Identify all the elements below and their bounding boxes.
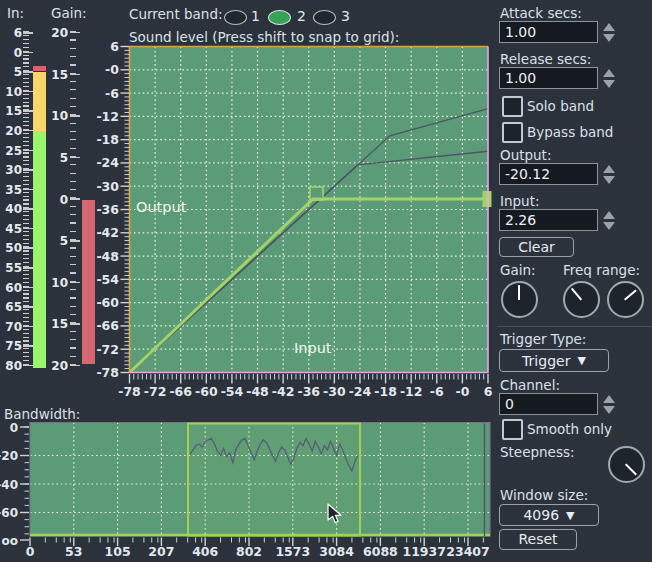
output-label: Output: (500, 147, 551, 163)
scale-tick-label: 80 (5, 359, 22, 373)
svg-text:-24: -24 (96, 155, 119, 170)
svg-text:1573: 1573 (275, 544, 310, 559)
meter-segment (33, 131, 46, 368)
svg-text:-6: -6 (430, 384, 444, 399)
clear-button[interactable]: Clear (499, 237, 574, 257)
band-3-radio[interactable] (313, 10, 336, 25)
spin-down-icon[interactable] (603, 222, 615, 230)
output-input[interactable] (499, 163, 598, 185)
svg-text:-0: -0 (455, 384, 469, 399)
scale-tick-label: 20 (5, 124, 22, 138)
scale-tick-label: 45 (5, 222, 22, 236)
svg-text:3084: 3084 (319, 544, 354, 559)
svg-text:-36: -36 (297, 384, 320, 399)
svg-text:-48: -48 (246, 384, 269, 399)
svg-text:-60: -60 (96, 295, 119, 310)
scale-tick-label: 5 (60, 234, 68, 248)
scale-tick-label: 70 (5, 320, 22, 334)
knob-pointer (625, 463, 637, 475)
trigger-type-value: Trigger (522, 353, 570, 369)
sound-level-curve-editor[interactable]: 6-0-6-12-18-24-30-36-42-48-54-60-66-72-7… (85, 38, 495, 403)
freq-high-knob[interactable] (607, 281, 644, 318)
svg-text:0: 0 (10, 421, 18, 435)
scale-tick-label: 40 (5, 202, 22, 216)
svg-text:-54: -54 (221, 384, 244, 399)
spin-up-icon[interactable] (603, 69, 615, 77)
gain-knob-label: Gain: (500, 262, 536, 278)
knob-pointer (624, 289, 637, 300)
window-size-label: Window size: (500, 487, 588, 503)
knob-pointer (518, 285, 520, 300)
band-settings-panel: Attack secs: Release secs: Solo band Byp… (497, 0, 652, 562)
spin-down-icon[interactable] (603, 34, 615, 42)
svg-text:-24: -24 (349, 384, 372, 399)
svg-text:-6: -6 (105, 86, 119, 101)
meter-segment (33, 72, 46, 131)
svg-text:-42: -42 (96, 225, 119, 240)
svg-text:6088: 6088 (363, 544, 398, 559)
release-label: Release secs: (500, 51, 591, 67)
band-1-radio[interactable] (224, 10, 247, 25)
solo-band-checkbox[interactable] (502, 96, 523, 117)
scale-tick-label: 60 (5, 281, 22, 295)
spin-down-icon[interactable] (603, 406, 615, 414)
attack-label: Attack secs: (500, 5, 582, 21)
svg-text:23407: 23407 (446, 544, 490, 559)
reset-button[interactable]: Reset (499, 529, 577, 550)
window-size-dropdown[interactable]: 4096 ▼ (499, 504, 599, 526)
spin-up-icon[interactable] (603, 165, 615, 173)
freq-low-knob[interactable] (563, 281, 600, 318)
attack-input[interactable] (499, 21, 598, 43)
bypass-band-checkbox[interactable] (502, 122, 523, 143)
scale-tick-label: 75 (5, 339, 22, 353)
svg-text:6: 6 (110, 39, 119, 54)
bandwidth-selector[interactable]: 0-20-40-60oo0531052074068021573308460881… (0, 403, 500, 562)
band-2-radio[interactable] (268, 10, 291, 25)
attack-spinner[interactable] (602, 21, 615, 43)
spin-down-icon[interactable] (603, 80, 615, 88)
smooth-only-label: Smooth only (527, 421, 612, 437)
release-input[interactable] (499, 67, 598, 89)
input-spinner[interactable] (602, 209, 615, 231)
scale-tick-label: 5 (14, 65, 22, 79)
scale-tick-label: 55 (5, 261, 22, 275)
band-2-radio-label: 2 (297, 8, 306, 24)
dropdown-arrow-icon: ▼ (566, 509, 574, 522)
in-meter-major-ticks (23, 32, 33, 368)
smooth-only-checkbox[interactable] (502, 419, 523, 440)
spin-up-icon[interactable] (603, 211, 615, 219)
steepness-label: Steepness: (500, 444, 575, 460)
plugin-window: { "app": {"bg": "#2b323c", "accent_green… (0, 0, 652, 562)
channel-input[interactable] (499, 393, 598, 415)
scale-tick-label: 50 (5, 241, 22, 255)
channel-spinner[interactable] (602, 393, 615, 415)
input-label: Input: (500, 193, 540, 209)
svg-text:802: 802 (236, 544, 262, 559)
trigger-type-label: Trigger Type: (500, 331, 586, 347)
channel-label: Channel: (500, 377, 560, 393)
scale-tick-label: 5 (60, 151, 68, 165)
svg-text:-12: -12 (96, 109, 119, 124)
svg-text:105: 105 (105, 544, 131, 559)
trigger-type-dropdown[interactable]: Trigger ▼ (499, 349, 609, 372)
scale-tick-label: 10 (51, 109, 68, 123)
input-input[interactable] (499, 209, 598, 231)
meter-segment (33, 66, 46, 71)
svg-text:-60: -60 (0, 506, 18, 520)
scale-tick-label: 0 (60, 193, 68, 207)
svg-text:-66: -66 (96, 318, 119, 333)
scale-tick-label: 30 (5, 163, 22, 177)
spin-up-icon[interactable] (603, 23, 615, 31)
output-spinner[interactable] (602, 163, 615, 185)
bypass-band-label: Bypass band (527, 124, 613, 140)
scale-tick-label: 15 (51, 68, 68, 82)
gain-knob[interactable] (501, 281, 538, 318)
gain-meter-major-ticks (70, 32, 80, 368)
release-spinner[interactable] (602, 67, 615, 89)
spin-up-icon[interactable] (603, 395, 615, 403)
svg-text:-30: -30 (96, 179, 119, 194)
spin-down-icon[interactable] (603, 176, 615, 184)
svg-text:-42: -42 (272, 384, 295, 399)
svg-text:11937: 11937 (402, 544, 446, 559)
steepness-knob[interactable] (608, 446, 645, 483)
